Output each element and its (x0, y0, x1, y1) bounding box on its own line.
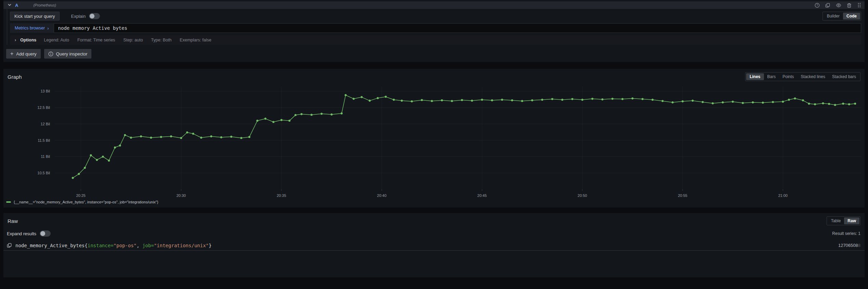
result-view-raw[interactable]: Raw (844, 217, 859, 224)
svg-text:20:55: 20:55 (678, 193, 688, 198)
graph-style-lines[interactable]: Lines (746, 73, 764, 80)
option-legend: Legend: Auto (44, 38, 69, 42)
option-exemplars: Exemplars: false (180, 38, 211, 42)
result-row[interactable]: node_memory_Active_bytes{instance="pop-o… (3, 240, 865, 251)
graph-style-points[interactable]: Points (779, 73, 797, 80)
editor-mode-code[interactable]: Code (843, 13, 860, 20)
explain-label: Explain (71, 14, 86, 19)
metrics-browser-button[interactable]: Metrics browser › (10, 23, 54, 33)
graph-style-stacked-bars[interactable]: Stacked bars (829, 73, 859, 80)
editor-mode-switch: Builder Code (822, 12, 861, 21)
graph-panel-title: Graph (8, 74, 22, 80)
option-type: Type: Both (151, 38, 171, 42)
svg-text:13 Bil: 13 Bil (40, 89, 50, 93)
result-value-truncated-digit: 8 (858, 243, 860, 248)
raw-results-panel: Raw Table Raw Expand results Result seri… (3, 213, 865, 277)
legend-series-label: {__name__="node_memory_Active_bytes", in… (14, 200, 158, 204)
raw-panel-title: Raw (8, 218, 18, 224)
svg-text:11 Bil: 11 Bil (41, 154, 50, 159)
svg-text:?: ? (816, 3, 818, 7)
result-view-switch: Table Raw (827, 216, 860, 225)
svg-text:20:50: 20:50 (578, 193, 587, 198)
graph-style-switch: Lines Bars Points Stacked lines Stacked … (745, 72, 860, 81)
svg-text:21:00: 21:00 (778, 193, 788, 198)
chart-legend[interactable]: {__name__="node_memory_Active_bytes", in… (3, 199, 865, 206)
add-query-button[interactable]: + Add query (6, 49, 41, 59)
expand-results-toggle-knob (40, 231, 45, 236)
delete-query-trash-icon[interactable] (847, 3, 852, 8)
result-series-expression: node_memory_Active_bytes{instance="pop-o… (15, 243, 212, 248)
chart-svg: 10.5 Bil11 Bil11.5 Bil12 Bil12.5 Bil13 B… (3, 81, 865, 199)
result-series-value: 127065088 (838, 243, 860, 248)
query-ref-id: A (15, 3, 18, 8)
duplicate-query-icon[interactable] (825, 3, 830, 8)
chevron-right-icon: › (47, 26, 49, 31)
explain-toggle[interactable] (89, 13, 100, 19)
query-editor-panel: A (Prometheus) ? (3, 0, 865, 62)
query-inspector-button[interactable]: Query inspector (44, 49, 92, 59)
collapse-query-icon[interactable] (8, 3, 12, 8)
copy-result-icon[interactable] (7, 243, 12, 248)
svg-text:20:30: 20:30 (176, 193, 186, 198)
result-view-table[interactable]: Table (828, 217, 844, 224)
expand-results-label: Expand results (7, 231, 36, 236)
graph-style-bars[interactable]: Bars (764, 73, 779, 80)
svg-text:20:25: 20:25 (76, 193, 86, 198)
graph-style-stacked-lines[interactable]: Stacked lines (797, 73, 829, 80)
result-series-count: Result series: 1 (832, 231, 860, 236)
svg-text:10.5 Bil: 10.5 Bil (37, 171, 50, 175)
kick-start-query-button[interactable]: Kick start your query (10, 12, 60, 21)
option-step: Step: auto (123, 38, 143, 42)
option-format: Format: Time series (77, 38, 115, 42)
options-label: Options (20, 38, 36, 42)
help-icon[interactable]: ? (815, 3, 820, 8)
svg-text:12.5 Bil: 12.5 Bil (37, 105, 50, 110)
svg-text:12 Bil: 12 Bil (40, 122, 50, 126)
plus-icon: + (10, 51, 13, 56)
svg-text:20:40: 20:40 (377, 193, 387, 198)
time-series-chart[interactable]: 10.5 Bil11 Bil11.5 Bil12 Bil12.5 Bil13 B… (3, 81, 865, 199)
explain-toggle-knob (90, 14, 94, 18)
expand-results-toggle[interactable] (40, 230, 51, 237)
grafana-explore-view: A (Prometheus) ? (0, 0, 868, 289)
options-expand-chevron-icon[interactable]: › (15, 38, 16, 42)
promql-query-input[interactable] (54, 23, 861, 33)
svg-text:20:45: 20:45 (477, 193, 487, 198)
datasource-name: (Prometheus) (33, 3, 56, 7)
disable-query-eye-icon[interactable] (836, 3, 841, 8)
svg-text:11.5 Bil: 11.5 Bil (38, 138, 50, 142)
editor-mode-builder[interactable]: Builder (824, 13, 843, 20)
legend-series-swatch (6, 201, 11, 203)
svg-text:20:35: 20:35 (277, 193, 286, 198)
drag-handle-icon[interactable] (857, 2, 861, 8)
graph-panel: Graph Lines Bars Points Stacked lines St… (3, 69, 865, 208)
query-row-header[interactable]: A (Prometheus) ? (3, 1, 865, 9)
query-options-row[interactable]: › Options Legend: Auto Format: Time seri… (10, 35, 861, 45)
info-circle-icon (48, 51, 53, 56)
query-editor-body: Kick start your query Explain Builder Co… (7, 9, 865, 45)
